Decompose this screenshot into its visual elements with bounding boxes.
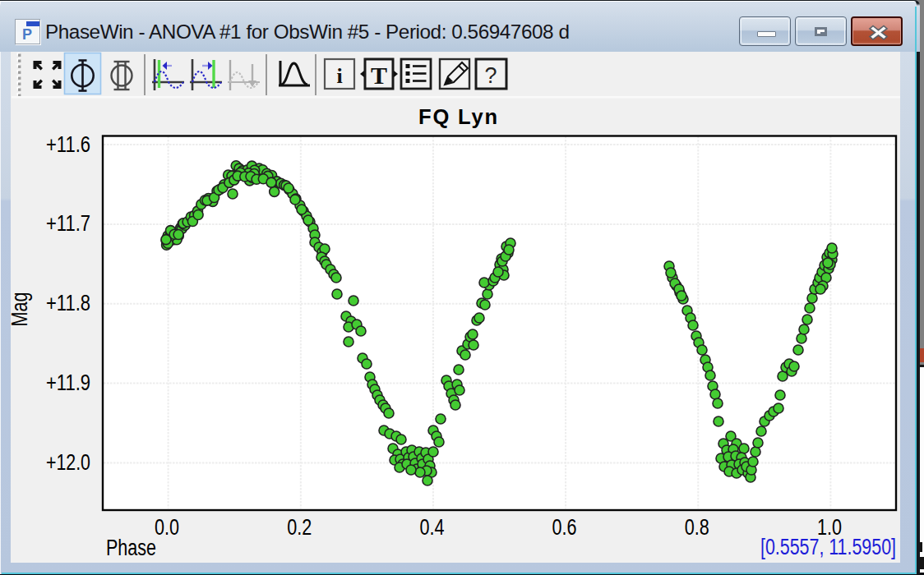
svg-text:Phase: Phase (106, 536, 156, 560)
svg-text:T: T (371, 62, 387, 89)
svg-text:Mag: Mag (7, 292, 32, 327)
svg-text:+12.0: +12.0 (46, 450, 90, 475)
svg-text:?: ? (484, 63, 497, 88)
svg-text:0.4: 0.4 (419, 515, 444, 540)
svg-text:+11.7: +11.7 (46, 211, 90, 236)
svg-text:i: i (336, 64, 342, 88)
svg-text:0.8: 0.8 (685, 515, 709, 540)
svg-text:0.2: 0.2 (287, 515, 312, 540)
svg-text:[0.5557, 11.5950]: [0.5557, 11.5950] (760, 535, 896, 559)
svg-text:+11.8: +11.8 (46, 291, 90, 315)
svg-text:+11.6: +11.6 (46, 132, 90, 157)
svg-text:FQ Lyn: FQ Lyn (418, 105, 497, 128)
svg-text:0.0: 0.0 (155, 515, 179, 540)
svg-text:0.6: 0.6 (552, 515, 577, 540)
svg-text:+11.9: +11.9 (46, 370, 90, 395)
